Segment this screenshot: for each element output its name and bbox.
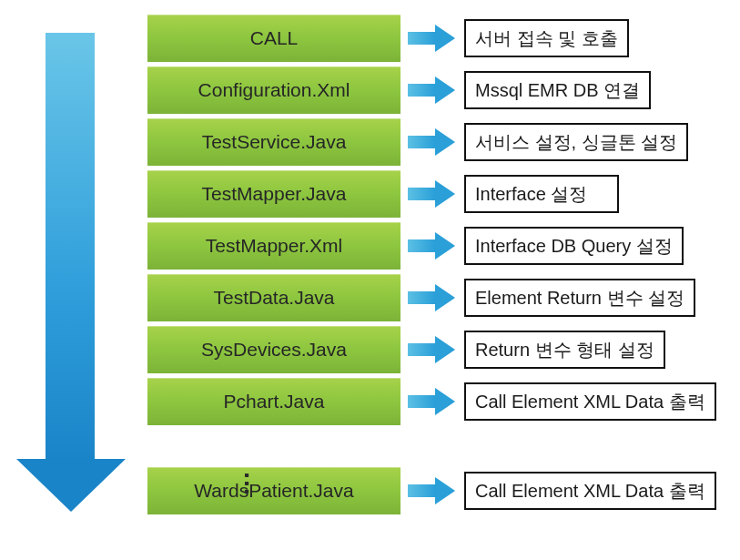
stage-row: Configuration.Xml Mssql EMR DB 연결 [146, 65, 728, 116]
stage-row: TestMapper.Java Interface 설정 [146, 168, 728, 219]
arrow-right-icon [408, 76, 457, 104]
stage-box-wardspatient-java: WardsPatient.Java [146, 465, 402, 516]
stage-box-testservice-java: TestService.Java [146, 117, 402, 168]
stage-row: TestData.Java Element Return 변수 설정 [146, 272, 728, 323]
stage-desc: Element Return 변수 설정 [464, 279, 695, 317]
stage-rows: CALL 서버 접속 및 호출 Configuration.Xml Mssql … [146, 13, 728, 517]
arrow-right-icon [408, 336, 457, 363]
stage-row: Pchart.Java Call Element XML Data 출력 [146, 376, 728, 427]
stage-box-sysdevices-java: SysDevices.Java [146, 324, 402, 375]
arrow-right-icon [408, 128, 457, 156]
ellipsis-indicator: … [238, 471, 268, 498]
stage-row: CALL 서버 접속 및 호출 [146, 13, 728, 64]
stage-desc: Call Element XML Data 출력 [464, 382, 716, 421]
stage-box-pchart-java: Pchart.Java [146, 376, 402, 427]
stage-desc: Call Element XML Data 출력 [464, 472, 716, 510]
stage-row: TestMapper.Xml Interface DB Query 설정 [146, 220, 728, 271]
flow-direction-arrow [16, 33, 126, 514]
flow-arrow-head-icon [16, 459, 126, 512]
stage-row: WardsPatient.Java Call Element XML Data … [146, 465, 728, 516]
flow-arrow-shaft [46, 33, 95, 461]
arrow-right-icon [408, 25, 457, 52]
stage-desc: Mssql EMR DB 연결 [464, 71, 651, 109]
stage-row: SysDevices.Java Return 변수 형태 설정 [146, 324, 728, 375]
stage-desc: Interface 설정 [464, 175, 619, 213]
arrow-right-icon [408, 388, 457, 415]
stage-box-testdata-java: TestData.Java [146, 272, 402, 323]
stage-box-testmapper-xml: TestMapper.Xml [146, 220, 402, 271]
diagram-container: CALL 서버 접속 및 호출 Configuration.Xml Mssql … [0, 0, 740, 560]
stage-box-configuration-xml: Configuration.Xml [146, 65, 402, 116]
stage-desc: 서버 접속 및 호출 [464, 19, 629, 57]
stage-desc: Interface DB Query 설정 [464, 227, 684, 265]
arrow-right-icon [408, 284, 457, 311]
arrow-right-icon [408, 180, 457, 208]
arrow-right-icon [408, 232, 457, 260]
arrow-right-icon [408, 477, 457, 504]
stage-box-call: CALL [146, 13, 402, 64]
stage-box-testmapper-java: TestMapper.Java [146, 168, 402, 219]
stage-desc: Return 변수 형태 설정 [464, 331, 665, 369]
stage-desc: 서비스 설정, 싱글톤 설정 [464, 123, 688, 161]
stage-row: TestService.Java 서비스 설정, 싱글톤 설정 [146, 117, 728, 168]
